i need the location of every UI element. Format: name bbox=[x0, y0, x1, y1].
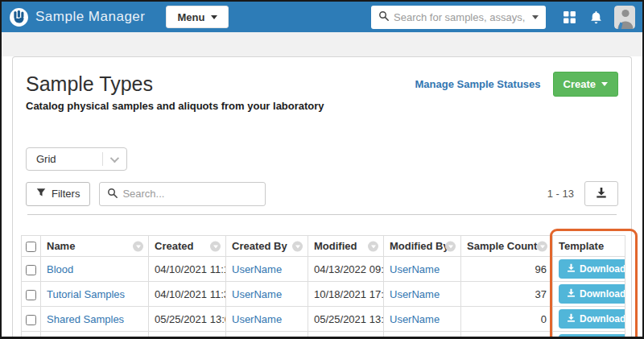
created-cell: 05/25/2021 13:03 bbox=[149, 307, 226, 332]
sample-type-link[interactable]: Blood bbox=[47, 263, 73, 275]
created-cell bbox=[149, 332, 226, 339]
create-button-label: Create bbox=[564, 78, 596, 90]
column-menu-icon[interactable] bbox=[133, 241, 143, 251]
row-checkbox[interactable] bbox=[26, 265, 36, 275]
select-all-cell bbox=[22, 236, 41, 257]
caret-down-icon bbox=[211, 15, 217, 19]
sample-type-link[interactable]: Tutorial Samples bbox=[47, 288, 125, 300]
search-icon bbox=[107, 187, 118, 201]
select-all-checkbox[interactable] bbox=[26, 242, 36, 252]
manage-sample-statuses-link[interactable]: Manage Sample Statuses bbox=[415, 78, 540, 90]
modified-cell: 10/18/2021 17:08 bbox=[308, 282, 384, 307]
export-button[interactable] bbox=[584, 181, 618, 206]
search-icon bbox=[378, 10, 389, 24]
download-template-button[interactable]: Download bbox=[559, 334, 625, 339]
download-icon bbox=[567, 288, 576, 300]
title-actions: Manage Sample Statuses Create bbox=[415, 72, 618, 97]
column-header-created[interactable]: Created bbox=[149, 236, 226, 257]
user-link[interactable]: UserName bbox=[390, 288, 440, 300]
column-menu-icon[interactable] bbox=[210, 241, 221, 251]
column-header-name[interactable]: Name bbox=[41, 236, 149, 257]
table-row: Blood 04/10/2021 11:14 UserName 04/13/20… bbox=[22, 257, 625, 282]
modified-cell: 04/13/2022 09:40 bbox=[308, 257, 384, 282]
column-header-modified[interactable]: Modified bbox=[308, 236, 384, 257]
view-select-value: Grid bbox=[36, 153, 56, 165]
grid-search-box[interactable] bbox=[99, 182, 266, 206]
download-template-button[interactable]: Download bbox=[559, 259, 625, 279]
download-button-label: Download bbox=[580, 313, 625, 325]
column-menu-icon[interactable] bbox=[537, 241, 547, 251]
chevron-down-icon bbox=[110, 153, 119, 162]
column-header-template: Template bbox=[553, 236, 625, 257]
page-subtitle: Catalog physical samples and aliquots fr… bbox=[26, 100, 618, 112]
filter-funnel-icon bbox=[36, 188, 46, 200]
user-link[interactable]: UserName bbox=[390, 313, 440, 325]
app-logo-icon bbox=[9, 7, 29, 27]
select-divider bbox=[102, 152, 103, 166]
search-scope-caret-icon[interactable] bbox=[532, 15, 539, 19]
table-row: Tutorial Samples 04/10/2021 11:39 UserNa… bbox=[22, 282, 625, 307]
user-link[interactable]: UserName bbox=[390, 263, 440, 275]
create-button[interactable]: Create bbox=[553, 72, 618, 97]
column-header-sample-count[interactable]: Sample Count bbox=[461, 236, 553, 257]
app-header: Sample Manager Menu bbox=[2, 2, 642, 32]
caret-down-icon bbox=[601, 82, 608, 86]
column-header-created-by[interactable]: Created By bbox=[226, 236, 308, 257]
export-download-icon bbox=[596, 187, 607, 201]
column-label: Name bbox=[47, 240, 75, 252]
created-cell: 04/10/2021 11:39 bbox=[149, 282, 226, 307]
divider bbox=[27, 214, 617, 215]
view-select[interactable]: Grid bbox=[26, 147, 127, 171]
row-checkbox[interactable] bbox=[26, 315, 36, 325]
grid-header-row: Name Created Created By Modified bbox=[22, 236, 625, 257]
download-icon bbox=[567, 263, 576, 275]
table-row: Shared Samples 05/25/2021 13:03 UserName… bbox=[22, 307, 625, 332]
sample-type-link[interactable]: Shared Samples bbox=[47, 313, 124, 325]
column-label: Created By bbox=[232, 240, 287, 252]
created-cell: 04/10/2021 11:14 bbox=[149, 257, 226, 282]
column-label: Template bbox=[559, 240, 604, 252]
sample-count-cell: 37 bbox=[461, 282, 553, 307]
global-search-box[interactable] bbox=[371, 6, 546, 29]
download-template-button[interactable]: Download bbox=[559, 284, 625, 304]
modified-cell bbox=[308, 332, 384, 339]
app-window: Sample Manager Menu bbox=[0, 0, 644, 339]
pagination-range: 1 - 13 bbox=[547, 188, 574, 200]
content-panel: Sample Types Manage Sample Statuses Crea… bbox=[12, 56, 632, 337]
download-template-button[interactable]: Download bbox=[559, 309, 625, 329]
column-label: Modified bbox=[314, 240, 357, 252]
column-label: Modified By bbox=[390, 240, 449, 252]
user-link[interactable]: UserName bbox=[232, 313, 282, 325]
sample-types-grid: Name Created Created By Modified bbox=[21, 235, 625, 339]
column-label: Sample Count bbox=[467, 240, 537, 252]
sample-count-cell: 0 bbox=[461, 307, 553, 332]
row-checkbox[interactable] bbox=[26, 290, 36, 300]
user-avatar-icon[interactable] bbox=[614, 6, 635, 29]
column-menu-icon[interactable] bbox=[368, 241, 378, 251]
app-title: Sample Manager bbox=[35, 9, 145, 25]
filters-button[interactable]: Filters bbox=[26, 182, 90, 206]
sub-header-band bbox=[2, 32, 642, 56]
grid-toolbar: Filters 1 - 13 bbox=[26, 181, 618, 206]
sample-count-cell bbox=[461, 332, 553, 339]
toolbar-right: 1 - 13 bbox=[547, 181, 618, 206]
filters-button-label: Filters bbox=[52, 188, 80, 200]
table-row: Download bbox=[22, 332, 625, 339]
column-label: Created bbox=[155, 240, 193, 252]
user-link[interactable]: UserName bbox=[232, 288, 282, 300]
download-button-label: Download bbox=[580, 263, 625, 275]
column-header-modified-by[interactable]: Modified By bbox=[384, 236, 461, 257]
title-row: Sample Types Manage Sample Statuses Crea… bbox=[21, 68, 623, 97]
menu-button[interactable]: Menu bbox=[166, 6, 229, 28]
apps-grid-icon[interactable] bbox=[563, 10, 576, 24]
column-menu-icon[interactable] bbox=[292, 241, 303, 251]
modified-cell: 05/25/2021 13:04 bbox=[308, 307, 384, 332]
notifications-bell-icon[interactable] bbox=[589, 10, 603, 24]
user-link[interactable]: UserName bbox=[232, 263, 282, 275]
page-title: Sample Types bbox=[26, 72, 153, 96]
grid-search-input[interactable] bbox=[122, 188, 258, 200]
global-search-input[interactable] bbox=[394, 11, 527, 23]
column-menu-icon[interactable] bbox=[445, 241, 456, 251]
download-icon bbox=[567, 313, 576, 325]
download-button-label: Download bbox=[580, 288, 625, 300]
